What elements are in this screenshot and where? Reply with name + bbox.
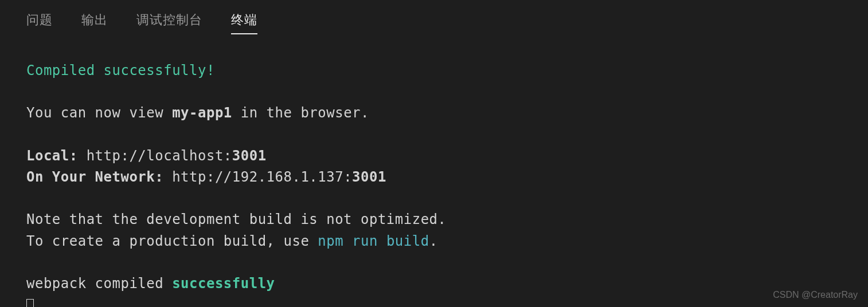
panel-tabs: 问题 输出 调试控制台 终端: [0, 0, 868, 34]
tab-debug-console[interactable]: 调试控制台: [136, 11, 202, 34]
view-text-prefix: You can now view: [26, 105, 172, 121]
local-label: Local:: [26, 148, 78, 164]
webpack-prefix: webpack compiled: [26, 275, 172, 292]
note-line-2-suffix: .: [429, 233, 438, 249]
local-port: 3001: [232, 148, 267, 164]
build-command: npm run build: [318, 233, 429, 249]
local-url: http://localhost:: [87, 148, 232, 164]
tab-problems[interactable]: 问题: [26, 11, 53, 34]
terminal-output[interactable]: Compiled successfully! You can now view …: [0, 34, 868, 307]
network-url: http://192.168.1.137:: [172, 169, 352, 185]
compiled-success-msg: Compiled successfully!: [26, 62, 215, 78]
watermark: CSDN @CreatorRay: [773, 290, 858, 300]
terminal-cursor: [26, 299, 34, 307]
tab-terminal[interactable]: 终端: [231, 11, 257, 34]
app-name: my-app1: [172, 105, 232, 121]
network-label: On Your Network:: [26, 169, 163, 185]
view-text-suffix: in the browser.: [232, 105, 369, 121]
webpack-status: successfully: [172, 275, 275, 292]
tab-output[interactable]: 输出: [81, 11, 108, 34]
network-port: 3001: [352, 169, 386, 185]
note-line-2-prefix: To create a production build, use: [26, 233, 318, 249]
note-line-1: Note that the development build is not o…: [26, 209, 842, 230]
